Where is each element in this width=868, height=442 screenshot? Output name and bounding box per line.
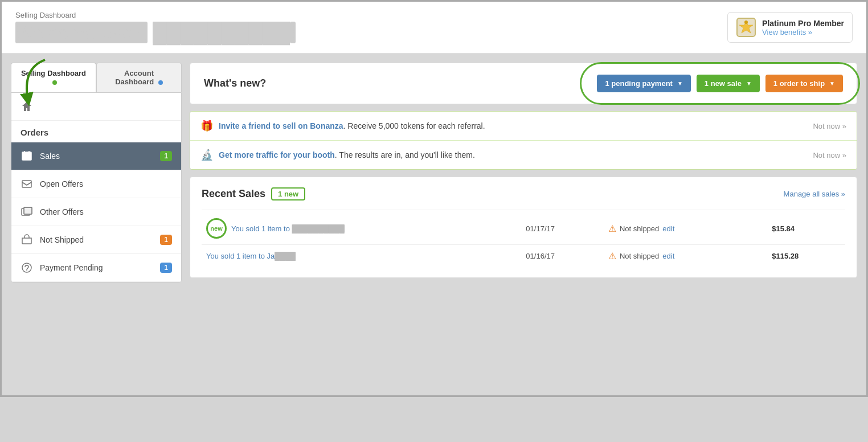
sidebar-nav: Orders Sales 1 xyxy=(11,92,182,283)
sidebar: Selling Dashboard Account Dashboard xyxy=(11,63,182,386)
main-content: What's new? 1 pending payment ▼ 1 new sa… xyxy=(190,63,857,386)
invite-dismiss[interactable]: Not now » xyxy=(813,122,846,130)
sales-nav-label: Sales xyxy=(40,152,60,161)
buyer-2-blurred: ████ xyxy=(275,252,296,260)
sale-row-2-price: $115.28 xyxy=(767,245,845,268)
recent-sales-title: Recent Sales 1 new xyxy=(202,187,305,200)
header-title: Welcome back, ██████████! xyxy=(15,22,296,44)
status-text-1: Not shipped xyxy=(620,224,659,233)
sales-table: new You sold 1 item to ██████████ 01/17/… xyxy=(202,210,845,267)
not-shipped-icon xyxy=(21,234,33,246)
traffic-text: Get more traffic for your booth. The res… xyxy=(219,150,813,159)
recent-sales-header: Recent Sales 1 new Manage all sales » xyxy=(202,187,845,200)
open-offers-icon xyxy=(21,178,33,190)
status-text-2: Not shipped xyxy=(620,252,659,260)
tab-account-dashboard[interactable]: Account Dashboard xyxy=(96,63,182,92)
edit-link-1[interactable]: edit xyxy=(662,224,674,233)
svg-point-2 xyxy=(744,21,748,24)
tab-selling-dashboard[interactable]: Selling Dashboard xyxy=(11,63,96,92)
welcome-text: Welcome back, xyxy=(15,22,148,43)
header-subtitle: Selling Dashboard xyxy=(15,11,296,19)
sale-row-1-description: new You sold 1 item to ██████████ xyxy=(202,210,521,244)
sidebar-item-other-offers[interactable]: Other Offers xyxy=(11,198,181,226)
selling-dashboard-tab-label: Selling Dashboard xyxy=(21,69,86,77)
invite-link[interactable]: Invite a friend to sell on Bonanza xyxy=(219,121,343,130)
not-shipped-nav-label: Not Shipped xyxy=(40,235,84,244)
manage-all-sales-link[interactable]: Manage all sales » xyxy=(784,190,845,198)
platinum-badge-icon xyxy=(736,17,756,38)
invite-text: Invite a friend to sell on Bonanza. Rece… xyxy=(219,121,813,130)
sidebar-item-home[interactable] xyxy=(11,93,181,121)
member-title-text: Platinum Pro Member xyxy=(762,19,844,28)
whats-new-title: What's new? xyxy=(204,77,266,89)
table-row: new You sold 1 item to ██████████ 01/17/… xyxy=(202,210,845,245)
sale-row-2-status: ⚠ Not shipped edit xyxy=(604,245,767,268)
whats-new-card: What's new? 1 pending payment ▼ 1 new sa… xyxy=(190,63,857,104)
buyer-1-blurred: ██████████ xyxy=(292,224,345,233)
invite-icon: 🎁 xyxy=(200,120,213,132)
member-info-box: Platinum Pro Member View benefits » xyxy=(727,12,853,43)
sidebar-item-payment-pending[interactable]: Payment Pending 1 xyxy=(11,254,181,282)
promo-card: 🎁 Invite a friend to sell on Bonanza. Re… xyxy=(190,111,857,170)
header-left: Selling Dashboard Welcome back, ████████… xyxy=(15,11,296,44)
view-benefits-link[interactable]: View benefits » xyxy=(762,28,844,36)
traffic-icon: 🔬 xyxy=(200,149,213,161)
new-sale-chevron: ▼ xyxy=(746,80,752,87)
svg-rect-8 xyxy=(22,181,31,187)
sale-row-2-text: You sold 1 item to Ja████ xyxy=(206,252,296,260)
account-tab-dot xyxy=(158,80,163,85)
page-header: Selling Dashboard Welcome back, ████████… xyxy=(2,2,866,54)
sale-row-2-date: 01/16/17 xyxy=(521,245,604,268)
traffic-link[interactable]: Get more traffic for your booth xyxy=(219,150,335,159)
sidebar-tabs: Selling Dashboard Account Dashboard xyxy=(11,63,182,92)
other-offers-nav-label: Other Offers xyxy=(40,207,84,216)
payment-pending-badge: 1 xyxy=(160,263,172,273)
sales-icon xyxy=(21,150,33,162)
sale-row-1-status: ⚠ Not shipped edit xyxy=(604,210,767,245)
payment-pending-icon xyxy=(21,261,33,274)
sidebar-item-open-offers[interactable]: Open Offers xyxy=(11,170,181,198)
status-icon-1: ⚠ xyxy=(608,223,616,234)
sale-row-1-date: 01/17/17 xyxy=(521,210,604,245)
username-blurred: ██████████ xyxy=(153,22,290,44)
order-to-ship-chevron: ▼ xyxy=(829,80,835,87)
sale-row-1-price: $15.84 xyxy=(767,210,845,245)
account-dashboard-tab-label: Account Dashboard xyxy=(115,69,154,86)
promo-item-traffic: 🔬 Get more traffic for your booth. The r… xyxy=(190,141,857,169)
notification-buttons: 1 pending payment ▼ 1 new sale ▼ 1 order… xyxy=(597,75,843,92)
member-details: Platinum Pro Member View benefits » xyxy=(762,19,844,36)
sidebar-item-not-shipped[interactable]: Not Shipped 1 xyxy=(11,226,181,254)
other-offers-icon xyxy=(21,206,33,218)
pending-payment-button[interactable]: 1 pending payment ▼ xyxy=(597,75,690,92)
not-shipped-badge: 1 xyxy=(160,235,172,245)
selling-tab-dot xyxy=(52,80,57,85)
main-body: Selling Dashboard Account Dashboard xyxy=(2,54,866,395)
whats-new-buttons-container: 1 pending payment ▼ 1 new sale ▼ 1 order… xyxy=(597,75,843,92)
sale-row-1-text: You sold 1 item to ██████████ xyxy=(231,224,345,233)
recent-sales-card: Recent Sales 1 new Manage all sales » ne… xyxy=(190,177,857,278)
sales-badge: 1 xyxy=(160,151,172,161)
svg-rect-10 xyxy=(24,207,32,214)
svg-point-13 xyxy=(26,270,27,271)
sale-row-2-description: You sold 1 item to Ja████ xyxy=(202,245,521,268)
promo-item-invite: 🎁 Invite a friend to sell on Bonanza. Re… xyxy=(190,112,857,141)
sidebar-item-sales[interactable]: Sales 1 xyxy=(11,142,181,170)
edit-link-2[interactable]: edit xyxy=(662,252,674,260)
order-to-ship-button[interactable]: 1 order to ship ▼ xyxy=(765,75,843,92)
table-row: You sold 1 item to Ja████ 01/16/17 ⚠ Not… xyxy=(202,245,845,268)
orders-section-label: Orders xyxy=(11,121,181,142)
recent-sales-new-badge: 1 new xyxy=(271,187,305,200)
home-icon xyxy=(21,100,33,113)
new-sale-button[interactable]: 1 new sale ▼ xyxy=(697,75,760,92)
pending-payment-chevron: ▼ xyxy=(677,80,683,87)
new-circle-badge: new xyxy=(206,218,227,239)
open-offers-nav-label: Open Offers xyxy=(40,179,83,189)
traffic-dismiss[interactable]: Not now » xyxy=(813,151,846,159)
status-icon-2: ⚠ xyxy=(608,251,616,261)
payment-pending-nav-label: Payment Pending xyxy=(40,263,103,272)
svg-rect-4 xyxy=(22,152,31,160)
exclamation: ! xyxy=(290,22,295,43)
